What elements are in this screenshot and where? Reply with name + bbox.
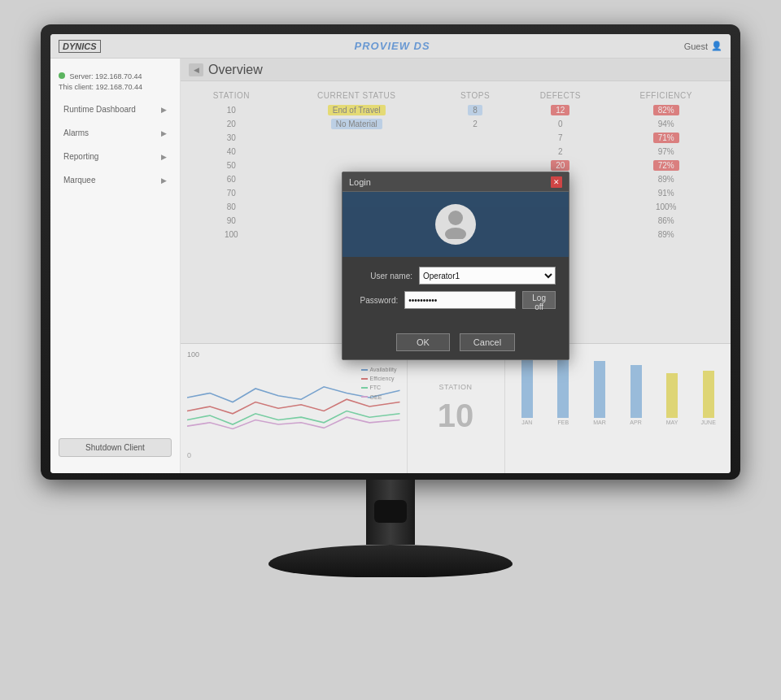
- username-select[interactable]: Operator1: [419, 267, 556, 285]
- runtime-arrow: ▶: [161, 106, 167, 114]
- server-ip: 192.168.70.44: [95, 72, 142, 80]
- user-icon: 👤: [711, 41, 722, 51]
- sidebar-shutdown-area: Shutdown Client: [50, 430, 180, 465]
- sidebar-item-runtime[interactable]: Runtime Dashboard ▶: [54, 98, 177, 120]
- app-logo: DYNICS: [59, 40, 101, 53]
- reporting-label: Reporting: [63, 152, 98, 161]
- app-title: PROVIEW DS: [355, 40, 430, 52]
- server-label: Server:: [70, 72, 94, 80]
- top-bar: DYNICS PROVIEW DS Guest 👤: [50, 34, 731, 59]
- server-info: Server: 192.168.70.44 This client: 192.1…: [50, 67, 180, 97]
- user-label: Guest: [684, 41, 708, 51]
- svg-point-0: [448, 211, 463, 225]
- password-label: Password:: [356, 296, 398, 305]
- modal-overlay: Login ✕: [181, 59, 731, 473]
- marquee-label: Marquee: [63, 176, 95, 185]
- username-row: User name: Operator1: [356, 267, 556, 285]
- username-label: User name:: [356, 272, 412, 280]
- ok-button[interactable]: OK: [396, 333, 450, 351]
- runtime-label: Runtime Dashboard: [63, 105, 136, 114]
- reporting-arrow: ▶: [161, 153, 167, 161]
- app-frame: DYNICS PROVIEW DS Guest 👤 Server: 192.16…: [50, 34, 731, 473]
- sidebar-item-reporting[interactable]: Reporting ▶: [54, 146, 177, 167]
- modal-titlebar: Login ✕: [343, 172, 569, 192]
- monitor-outer: DYNICS PROVIEW DS Guest 👤 Server: 192.16…: [41, 24, 740, 480]
- avatar-icon: [435, 204, 476, 245]
- logoff-button[interactable]: Log off: [522, 291, 556, 309]
- shutdown-button[interactable]: Shutdown Client: [59, 438, 172, 457]
- alarms-arrow: ▶: [161, 129, 167, 137]
- alarms-label: Alarms: [63, 128, 89, 137]
- server-status-dot: [59, 72, 65, 79]
- monitor-stand-base: [268, 545, 513, 577]
- content-area: ◀ Overview STATION CURRENT STATUS S: [181, 59, 731, 473]
- marquee-arrow: ▶: [161, 176, 167, 185]
- sidebar-item-marquee[interactable]: Marquee ▶: [54, 169, 177, 191]
- client-ip: 192.168.70.44: [96, 83, 143, 91]
- svg-point-1: [445, 228, 466, 239]
- password-input[interactable]: [404, 291, 516, 309]
- client-label: This client:: [59, 83, 94, 91]
- modal-avatar-area: [343, 192, 569, 257]
- main-layout: Server: 192.168.70.44 This client: 192.1…: [50, 59, 731, 473]
- monitor-stand-neck: [366, 480, 415, 545]
- modal-title: Login: [349, 177, 371, 187]
- sidebar-item-alarms[interactable]: Alarms ▶: [54, 122, 177, 144]
- sidebar: Server: 192.168.70.44 This client: 192.1…: [50, 59, 181, 473]
- cancel-button[interactable]: Cancel: [460, 333, 515, 351]
- modal-form: User name: Operator1 Password: Log of: [343, 257, 569, 325]
- login-modal: Login ✕: [342, 172, 569, 360]
- monitor-body: DYNICS PROVIEW DS Guest 👤 Server: 192.16…: [41, 0, 740, 577]
- password-row: Password: Log off: [356, 291, 556, 309]
- modal-buttons: OK Cancel: [343, 325, 569, 359]
- user-info: Guest 👤: [684, 41, 722, 51]
- modal-close-button[interactable]: ✕: [551, 176, 562, 188]
- monitor-screen: DYNICS PROVIEW DS Guest 👤 Server: 192.16…: [50, 34, 731, 473]
